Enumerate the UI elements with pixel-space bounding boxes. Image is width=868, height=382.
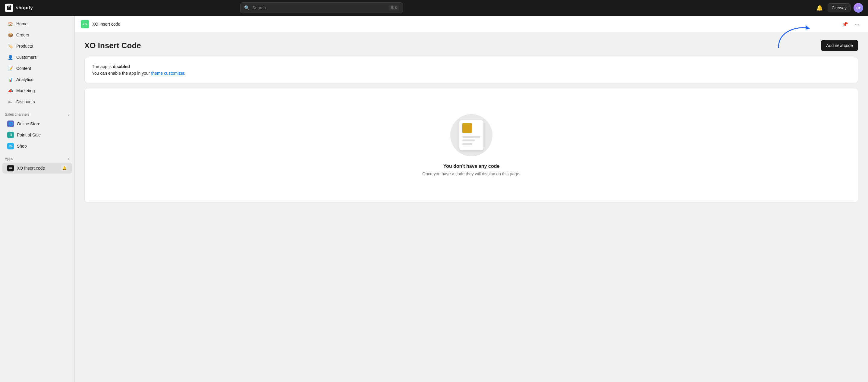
doc-line-2	[462, 139, 475, 141]
sidebar: 🏠 Home 📦 Orders 🏷️ Products 👤 Customers …	[0, 16, 75, 382]
shopify-logo[interactable]: shopify	[5, 4, 33, 12]
sidebar-item-home[interactable]: 🏠 Home	[2, 19, 72, 29]
pos-icon: 🖥	[7, 132, 14, 138]
apps-section[interactable]: Apps ›	[0, 154, 74, 162]
sidebar-item-shop[interactable]: 🛍 Shop	[2, 141, 72, 152]
app-header-actions: 📌 ···	[840, 19, 862, 29]
sidebar-item-analytics[interactable]: 📊 Analytics	[2, 74, 72, 85]
svg-marker-1	[806, 25, 810, 30]
sidebar-item-online-store[interactable]: 🌐 Online Store	[2, 118, 72, 129]
doc-image-placeholder	[462, 123, 472, 133]
avatar[interactable]: Ct	[854, 3, 863, 13]
content-area: </> XO Insert code 📌 ··· XO Insert Code	[75, 16, 868, 382]
sidebar-item-content[interactable]: 📝 Content	[2, 63, 72, 74]
notice-card: The app is disabled You can enable the a…	[84, 57, 858, 83]
content-icon: 📝	[7, 65, 13, 71]
sidebar-item-marketing[interactable]: 📣 Marketing	[2, 85, 72, 96]
empty-title: You don't have any code	[443, 164, 500, 169]
empty-state-card: You don't have any code Once you have a …	[84, 88, 858, 202]
pin-button[interactable]: 📌	[840, 19, 850, 29]
marketing-icon: 📣	[7, 88, 13, 94]
sidebar-item-discounts[interactable]: 🏷 Discounts	[2, 96, 72, 107]
sales-channels-section[interactable]: Sales channels ›	[0, 110, 74, 118]
xo-insert-code-icon: </>	[7, 165, 14, 171]
doc-line-3	[462, 143, 472, 145]
products-icon: 🏷️	[7, 43, 13, 49]
page-header: XO Insert Code Add new code	[84, 40, 858, 51]
home-icon: 🏠	[7, 21, 13, 27]
shopify-wordmark: shopify	[16, 5, 33, 10]
notice-text: The app is disabled	[92, 63, 851, 70]
online-store-icon: 🌐	[7, 121, 14, 127]
app-bell-icon[interactable]: 🔔	[61, 165, 67, 171]
topnav-right: 🔔 Citeway Ct	[814, 3, 863, 13]
add-new-code-button[interactable]: Add new code	[821, 40, 858, 51]
shopify-bag-icon	[5, 4, 13, 12]
customers-icon: 👤	[7, 54, 13, 60]
store-name: Citeway	[832, 5, 846, 10]
pin-icon: 📌	[842, 21, 848, 27]
sidebar-item-xo-insert-code[interactable]: </> XO Insert code 🔔	[2, 163, 72, 173]
sidebar-item-orders[interactable]: 📦 Orders	[2, 30, 72, 40]
orders-icon: 📦	[7, 32, 13, 38]
sidebar-item-customers[interactable]: 👤 Customers	[2, 52, 72, 63]
chevron-right-icon: ›	[68, 156, 70, 161]
search-icon: 🔍	[244, 5, 250, 10]
header-right: Add new code	[821, 40, 858, 51]
empty-description: Once you have a code they will display o…	[422, 171, 520, 176]
app-header-icon-label: </>	[83, 22, 87, 26]
sidebar-item-point-of-sale[interactable]: 🖥 Point of Sale	[2, 130, 72, 140]
app-header-icon: </>	[81, 20, 89, 28]
empty-illustration	[450, 114, 493, 156]
topnav: shopify 🔍 ⌘ K 🔔 Citeway Ct	[0, 0, 868, 16]
curved-arrow	[775, 24, 812, 51]
doc-line-1	[462, 136, 480, 138]
document-icon	[459, 120, 484, 150]
more-icon: ···	[855, 21, 860, 27]
app-header-title: XO Insert code	[92, 22, 120, 27]
notice-text-2: You can enable the app in your theme cus…	[92, 70, 851, 76]
chevron-right-icon: ›	[68, 112, 70, 117]
search-input[interactable]	[252, 5, 386, 10]
shop-icon: 🛍	[7, 143, 14, 150]
page-title: XO Insert Code	[84, 41, 141, 50]
more-button[interactable]: ···	[852, 19, 862, 29]
analytics-icon: 📊	[7, 76, 13, 83]
keyboard-shortcut: ⌘ K	[389, 5, 399, 10]
sidebar-item-products[interactable]: 🏷️ Products	[2, 41, 72, 52]
page-content: XO Insert Code Add new code The app is d…	[75, 33, 868, 382]
search-bar[interactable]: 🔍 ⌘ K	[240, 2, 403, 13]
theme-customizer-link[interactable]: theme customizer	[151, 71, 184, 75]
discounts-icon: 🏷	[7, 99, 13, 105]
main-layout: 🏠 Home 📦 Orders 🏷️ Products 👤 Customers …	[0, 16, 868, 382]
notification-bell[interactable]: 🔔	[814, 3, 825, 13]
store-selector-button[interactable]: Citeway	[828, 3, 850, 12]
app-header-bar: </> XO Insert code 📌 ···	[75, 16, 868, 33]
